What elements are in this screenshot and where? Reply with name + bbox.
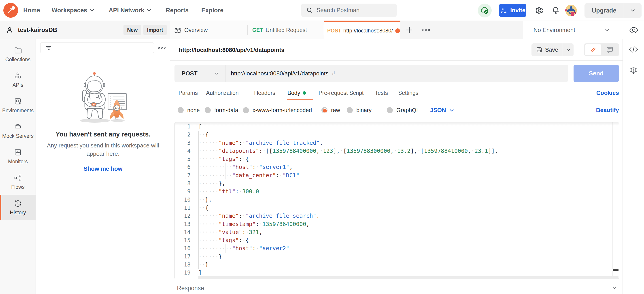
editor-hscrollbar[interactable] — [198, 276, 618, 279]
scrollbar-thumb[interactable] — [613, 269, 618, 271]
mode-raw[interactable]: raw — [322, 102, 340, 118]
code-line[interactable]: 12······"name":·"archive_file_search", — [175, 212, 619, 220]
code-line[interactable]: 10··}, — [175, 196, 619, 204]
radio-icon — [178, 107, 184, 113]
code-line[interactable]: 3······"name":·"archive_file_tracked", — [175, 139, 619, 147]
mode-none[interactable]: none — [178, 102, 200, 118]
show-me-how-link[interactable]: Show me how — [36, 165, 170, 172]
mode-form-data[interactable]: form-data — [205, 102, 238, 118]
mode-x-www-form-urlencoded[interactable]: x-www-form-urlencoded — [243, 102, 312, 118]
tab-body[interactable]: Body — [288, 86, 306, 102]
comments-button[interactable] — [601, 46, 618, 54]
code-line[interactable]: 2··{ — [175, 131, 619, 139]
sidebar-item-monitors[interactable]: Monitors — [0, 144, 36, 169]
sidebar-item-label: Mock Servers — [2, 133, 34, 139]
raw-language-selector[interactable]: JSON — [430, 102, 454, 118]
postman-logo[interactable] — [3, 3, 18, 18]
code-line[interactable]: 4······"datapoints":·[[1359788400000,·12… — [175, 147, 619, 155]
tab-pre-request-script[interactable]: Pre-request Script — [318, 86, 364, 102]
beautify-link[interactable]: Beautify — [596, 102, 619, 118]
code-line[interactable]: 8······}, — [175, 180, 619, 188]
person-plus-icon — [500, 7, 508, 14]
code-line[interactable]: 9······"ttl":·300.0 — [175, 188, 619, 196]
code-line[interactable]: 16··········"host":·"server2" — [175, 244, 619, 252]
code-line[interactable]: 15······"tags":·{ — [175, 236, 619, 244]
nav-workspaces[interactable]: Workspaces — [52, 0, 94, 20]
binoculars-icon — [174, 26, 182, 34]
cookies-link[interactable]: Cookies — [596, 86, 619, 102]
nav-reports[interactable]: Reports — [166, 0, 188, 20]
chevron-down-icon — [214, 71, 219, 76]
tab-overview[interactable]: Overview — [170, 21, 248, 39]
nav-explore[interactable]: Explore — [201, 0, 224, 20]
folder-icon — [14, 46, 22, 54]
search-input[interactable]: Search Postman — [301, 4, 396, 17]
code-line[interactable]: 5······"tags":·{ — [175, 155, 619, 163]
mode-binary[interactable]: binary — [347, 102, 372, 118]
code-line[interactable]: 19] — [175, 269, 619, 277]
astronaut-illustration: </> — [74, 70, 126, 124]
comment-icon — [606, 46, 613, 54]
sidebar-item-flows[interactable]: Flows — [0, 169, 36, 195]
method-url-bar: POST http://localhost:8080/api/v1/datapo… — [174, 65, 568, 82]
bootcamp-button[interactable] — [623, 64, 644, 78]
avatar[interactable] — [565, 5, 577, 16]
code-line[interactable]: 11··{ — [175, 204, 619, 212]
save-menu-button[interactable] — [563, 44, 574, 56]
workspace-name[interactable]: test-kairosDB — [18, 27, 57, 34]
empty-state-title: You haven't sent any requests. — [36, 131, 170, 138]
mode-graphql[interactable]: GraphQL — [387, 102, 420, 118]
environment-selector[interactable]: No Environment — [528, 21, 613, 39]
code-line[interactable]: 13······"timestamp":·1359786400000, — [175, 220, 619, 228]
response-expand-button[interactable] — [612, 286, 617, 290]
history-filter-input[interactable] — [40, 42, 154, 53]
sidebar-item-collections[interactable]: Collections — [0, 42, 36, 67]
nav-api-network[interactable]: API Network — [109, 0, 152, 20]
history-options-button[interactable] — [156, 42, 168, 53]
new-button[interactable]: New — [124, 24, 141, 35]
editor-vscrollbar[interactable] — [612, 122, 619, 279]
flows-icon — [14, 174, 22, 182]
settings-button[interactable] — [535, 0, 544, 21]
rename-button[interactable] — [585, 44, 601, 55]
code-editor[interactable]: 1[2··{3······"name":·"archive_file_track… — [174, 122, 619, 279]
sidebar-item-environments[interactable]: Environments — [0, 93, 36, 118]
code-line[interactable]: 6··········"host":·"server1", — [175, 163, 619, 171]
nav-home[interactable]: Home — [23, 0, 40, 20]
sidebar-item-label: History — [10, 210, 26, 216]
person-icon — [6, 26, 14, 34]
sidebar-item-history[interactable]: History — [0, 195, 36, 220]
tab-tests[interactable]: Tests — [375, 86, 388, 102]
tab-authorization[interactable]: Authorization — [206, 86, 239, 102]
code-line[interactable]: 7··········"data_center":·"DC1" — [175, 172, 619, 180]
send-button[interactable]: Send — [574, 65, 619, 82]
environment-quick-look-button[interactable] — [628, 24, 640, 36]
tab-options-button[interactable] — [419, 21, 432, 39]
code-line[interactable]: 18··} — [175, 261, 619, 269]
tab-untitled-request[interactable]: GET Untitled Request — [248, 21, 324, 39]
sidebar-item-apis[interactable]: APIs — [0, 67, 36, 93]
invite-button[interactable]: Invite — [499, 4, 526, 17]
response-label: Response — [177, 282, 204, 294]
tab-params[interactable]: Params — [178, 86, 198, 102]
code-line[interactable]: 17······} — [175, 252, 619, 261]
code-snippet-button[interactable] — [623, 43, 644, 56]
save-button[interactable]: Save — [532, 44, 574, 56]
url-input[interactable]: http://localhost:8080/api/v1/datapoints — [226, 70, 328, 77]
upgrade-button[interactable]: Upgrade — [584, 3, 642, 18]
chevron-down-icon — [449, 108, 454, 113]
method-selector[interactable]: POST — [174, 70, 225, 77]
tab-headers[interactable]: Headers — [254, 86, 275, 102]
upgrade-label: Upgrade — [584, 7, 624, 14]
new-tab-button[interactable] — [403, 21, 416, 39]
sidebar-item-mock-servers[interactable]: Mock Servers — [0, 118, 36, 144]
code-line[interactable]: 1[ — [175, 122, 619, 131]
history-icon — [14, 199, 22, 208]
sync-status-button[interactable] — [478, 4, 492, 18]
import-button[interactable]: Import — [144, 24, 167, 35]
upgrade-menu-button[interactable] — [624, 8, 642, 13]
notifications-button[interactable] — [551, 0, 560, 21]
tab-post-request-active[interactable]: POST http://localhost:8080/ — [324, 20, 400, 40]
code-line[interactable]: 14······"value":·321, — [175, 228, 619, 236]
tab-settings[interactable]: Settings — [398, 86, 418, 102]
